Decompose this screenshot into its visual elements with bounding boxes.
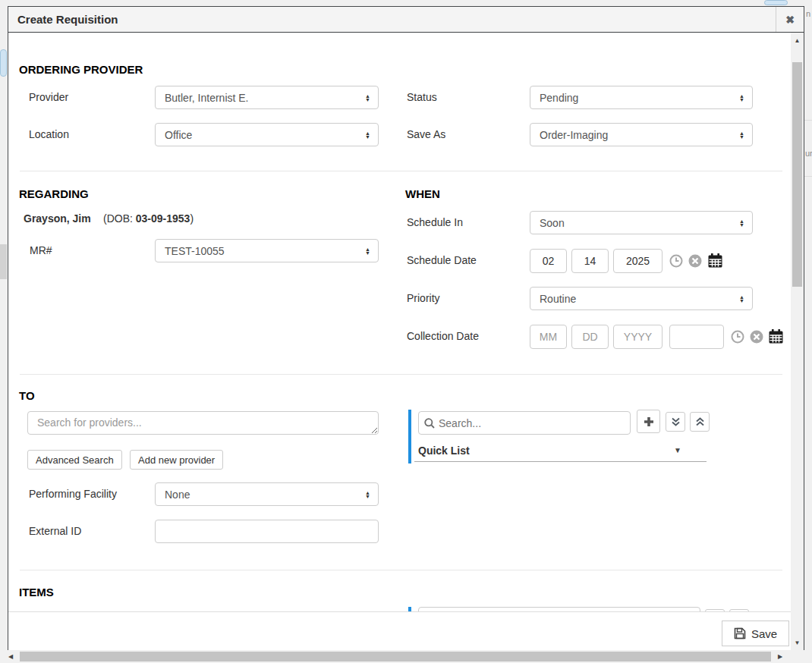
dialog-body: ORDERING PROVIDER Provider Butler, Inter…	[8, 33, 792, 611]
performing-facility-select-value: None	[165, 489, 190, 501]
performing-facility-select[interactable]: None ▲▼	[155, 482, 379, 506]
select-caret-icon: ▲▼	[739, 295, 744, 303]
schedule-in-label: Schedule In	[407, 216, 463, 228]
select-caret-icon: ▲▼	[365, 94, 370, 102]
select-caret-icon: ▲▼	[739, 94, 744, 102]
background-text-fragment: un	[805, 149, 812, 158]
mr-number-label: MR#	[30, 244, 52, 256]
add-to-quicklist-button[interactable]	[637, 410, 660, 433]
status-select[interactable]: Pending ▲▼	[530, 86, 753, 109]
background-block-left	[0, 244, 7, 279]
provider-quicklist-search-input[interactable]	[439, 412, 627, 434]
save-button[interactable]: Save	[722, 621, 789, 646]
scroll-right-arrow[interactable]: ▶	[774, 650, 786, 663]
location-select[interactable]: Office ▲▼	[155, 123, 379, 146]
vertical-scrollbar[interactable]: ▲ ▼	[791, 33, 804, 650]
horizontal-scrollbar[interactable]: ◀ ▶	[0, 650, 812, 663]
section-divider	[20, 374, 782, 375]
dialog-footer: Save	[8, 611, 792, 650]
select-caret-icon: ▲▼	[365, 131, 370, 139]
calendar-icon[interactable]	[707, 253, 723, 272]
close-button[interactable]: ✖	[776, 7, 804, 32]
section-title-when: WHEN	[405, 187, 440, 200]
status-select-value: Pending	[540, 92, 578, 104]
save-as-select[interactable]: Order-Imaging ▲▼	[530, 123, 753, 146]
provider-quicklist-search	[418, 411, 631, 435]
background-pill-top	[764, 0, 788, 5]
clock-icon[interactable]	[669, 254, 683, 271]
schedule-month-field[interactable]	[530, 249, 567, 273]
dialog-title: Create Requisition	[17, 7, 118, 32]
scroll-left-icon: ◀	[8, 653, 13, 660]
priority-label: Priority	[407, 292, 440, 304]
performing-facility-label: Performing Facility	[29, 488, 117, 500]
dialog-header: Create Requisition ✖	[8, 7, 804, 33]
provider-search-textarea[interactable]	[27, 411, 379, 435]
scroll-left-arrow[interactable]: ◀	[5, 650, 17, 663]
quick-list-accent-bar	[408, 410, 411, 463]
priority-select-value: Routine	[540, 293, 576, 305]
collection-time-field[interactable]	[669, 325, 724, 349]
external-id-field[interactable]	[155, 520, 379, 543]
double-chevron-up-icon	[695, 417, 705, 427]
add-new-provider-button[interactable]: Add new provider	[130, 450, 223, 470]
save-icon	[734, 627, 746, 639]
double-chevron-down-icon	[671, 417, 681, 427]
clear-date-icon[interactable]	[750, 330, 763, 347]
location-select-value: Office	[165, 129, 192, 141]
scroll-right-icon: ▶	[778, 653, 782, 660]
create-requisition-dialog: Create Requisition ✖ ORDERING PROVIDER P…	[8, 6, 804, 650]
background-text-fragment: n	[806, 9, 810, 18]
horizontal-scrollbar-thumb[interactable]	[20, 652, 771, 661]
schedule-in-select[interactable]: Soon ▲▼	[530, 211, 753, 234]
schedule-in-select-value: Soon	[540, 217, 565, 229]
expand-all-button[interactable]	[666, 412, 685, 432]
search-icon	[424, 418, 435, 429]
page-background: n un Create Requisition ✖ ORDERING PROVI…	[0, 0, 812, 663]
collection-day-field[interactable]	[571, 325, 609, 349]
section-divider	[20, 171, 782, 171]
background-pill-left	[0, 49, 7, 77]
clear-date-icon[interactable]	[688, 254, 702, 271]
section-title-to: TO	[19, 389, 35, 402]
schedule-date-label: Schedule Date	[407, 254, 477, 266]
background-line	[804, 176, 812, 177]
provider-select-value: Butler, Internist E.	[165, 92, 249, 104]
save-button-label: Save	[751, 627, 777, 640]
collection-month-field[interactable]	[530, 325, 567, 349]
collection-year-field[interactable]	[613, 325, 663, 349]
quick-list-header[interactable]: Quick List ▼	[418, 444, 695, 457]
provider-label: Provider	[29, 91, 68, 103]
patient-name: Grayson, Jim	[24, 212, 91, 225]
scroll-up-icon: ▲	[795, 37, 801, 44]
status-label: Status	[407, 91, 437, 103]
section-title-items: ITEMS	[19, 586, 54, 599]
calendar-icon[interactable]	[768, 328, 784, 347]
save-as-select-value: Order-Imaging	[540, 129, 608, 141]
location-label: Location	[29, 128, 69, 140]
scroll-down-icon: ▼	[795, 639, 801, 646]
collapse-all-button[interactable]	[690, 412, 710, 432]
scroll-down-arrow[interactable]: ▼	[791, 636, 804, 649]
vertical-scrollbar-thumb[interactable]	[792, 62, 802, 287]
background-line	[804, 120, 812, 121]
select-caret-icon: ▲▼	[739, 219, 744, 227]
scroll-up-arrow[interactable]: ▲	[791, 34, 804, 46]
quick-list-underline	[414, 461, 707, 462]
schedule-day-field[interactable]	[571, 249, 609, 273]
save-as-label: Save As	[407, 128, 445, 140]
priority-select[interactable]: Routine ▲▼	[530, 287, 753, 310]
quick-list-label: Quick List	[418, 445, 470, 457]
select-caret-icon: ▲▼	[739, 131, 744, 139]
select-caret-icon: ▲▼	[365, 491, 370, 498]
chevron-down-icon: ▼	[674, 446, 681, 454]
collection-date-label: Collection Date	[407, 330, 479, 342]
section-divider	[20, 570, 782, 570]
close-icon: ✖	[785, 14, 795, 26]
schedule-year-field[interactable]	[613, 249, 663, 273]
external-id-label: External ID	[29, 525, 81, 537]
clock-icon[interactable]	[731, 330, 744, 347]
mr-number-select[interactable]: TEST-10055 ▲▼	[155, 239, 379, 262]
provider-select[interactable]: Butler, Internist E. ▲▼	[155, 86, 379, 109]
advanced-search-button[interactable]: Advanced Search	[27, 450, 122, 470]
